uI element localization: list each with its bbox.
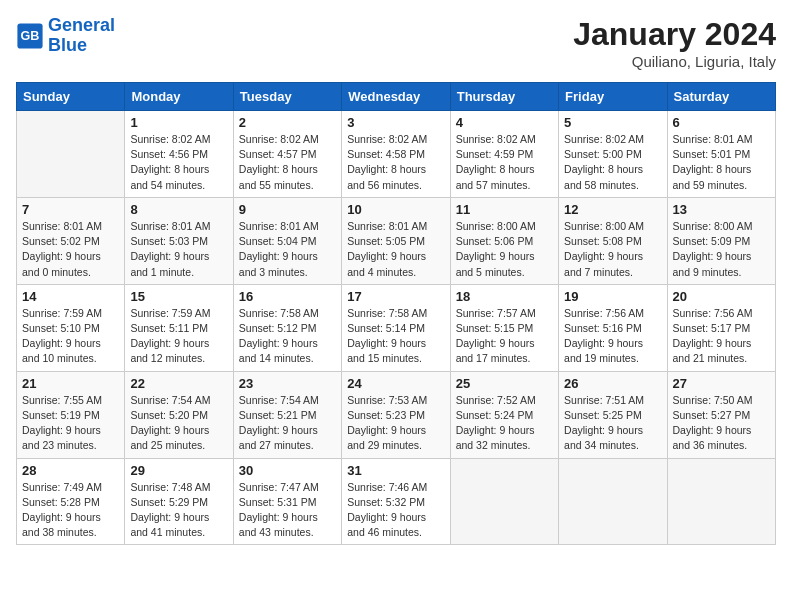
day-number: 9 bbox=[239, 202, 336, 217]
day-number: 3 bbox=[347, 115, 444, 130]
day-info: Sunrise: 8:01 AMSunset: 5:04 PMDaylight:… bbox=[239, 219, 336, 280]
calendar-cell: 29Sunrise: 7:48 AMSunset: 5:29 PMDayligh… bbox=[125, 458, 233, 545]
day-info: Sunrise: 7:49 AMSunset: 5:28 PMDaylight:… bbox=[22, 480, 119, 541]
column-header-saturday: Saturday bbox=[667, 83, 775, 111]
day-info: Sunrise: 7:48 AMSunset: 5:29 PMDaylight:… bbox=[130, 480, 227, 541]
calendar-cell: 21Sunrise: 7:55 AMSunset: 5:19 PMDayligh… bbox=[17, 371, 125, 458]
calendar-cell: 18Sunrise: 7:57 AMSunset: 5:15 PMDayligh… bbox=[450, 284, 558, 371]
column-header-tuesday: Tuesday bbox=[233, 83, 341, 111]
calendar-cell: 3Sunrise: 8:02 AMSunset: 4:58 PMDaylight… bbox=[342, 111, 450, 198]
calendar-week-row: 1Sunrise: 8:02 AMSunset: 4:56 PMDaylight… bbox=[17, 111, 776, 198]
calendar-cell: 8Sunrise: 8:01 AMSunset: 5:03 PMDaylight… bbox=[125, 197, 233, 284]
calendar-week-row: 14Sunrise: 7:59 AMSunset: 5:10 PMDayligh… bbox=[17, 284, 776, 371]
calendar-header-row: SundayMondayTuesdayWednesdayThursdayFrid… bbox=[17, 83, 776, 111]
calendar-cell: 23Sunrise: 7:54 AMSunset: 5:21 PMDayligh… bbox=[233, 371, 341, 458]
page-header: GB General Blue January 2024 Quiliano, L… bbox=[16, 16, 776, 70]
location-subtitle: Quiliano, Liguria, Italy bbox=[573, 53, 776, 70]
calendar-cell: 7Sunrise: 8:01 AMSunset: 5:02 PMDaylight… bbox=[17, 197, 125, 284]
day-info: Sunrise: 7:52 AMSunset: 5:24 PMDaylight:… bbox=[456, 393, 553, 454]
calendar-cell: 6Sunrise: 8:01 AMSunset: 5:01 PMDaylight… bbox=[667, 111, 775, 198]
day-info: Sunrise: 8:00 AMSunset: 5:06 PMDaylight:… bbox=[456, 219, 553, 280]
day-number: 10 bbox=[347, 202, 444, 217]
day-info: Sunrise: 7:59 AMSunset: 5:10 PMDaylight:… bbox=[22, 306, 119, 367]
day-number: 5 bbox=[564, 115, 661, 130]
calendar-table: SundayMondayTuesdayWednesdayThursdayFrid… bbox=[16, 82, 776, 545]
calendar-cell: 27Sunrise: 7:50 AMSunset: 5:27 PMDayligh… bbox=[667, 371, 775, 458]
calendar-cell: 1Sunrise: 8:02 AMSunset: 4:56 PMDaylight… bbox=[125, 111, 233, 198]
calendar-cell: 16Sunrise: 7:58 AMSunset: 5:12 PMDayligh… bbox=[233, 284, 341, 371]
day-info: Sunrise: 7:56 AMSunset: 5:16 PMDaylight:… bbox=[564, 306, 661, 367]
day-number: 23 bbox=[239, 376, 336, 391]
day-number: 1 bbox=[130, 115, 227, 130]
day-number: 20 bbox=[673, 289, 770, 304]
calendar-cell: 10Sunrise: 8:01 AMSunset: 5:05 PMDayligh… bbox=[342, 197, 450, 284]
column-header-thursday: Thursday bbox=[450, 83, 558, 111]
day-info: Sunrise: 8:02 AMSunset: 4:59 PMDaylight:… bbox=[456, 132, 553, 193]
calendar-cell: 19Sunrise: 7:56 AMSunset: 5:16 PMDayligh… bbox=[559, 284, 667, 371]
calendar-week-row: 21Sunrise: 7:55 AMSunset: 5:19 PMDayligh… bbox=[17, 371, 776, 458]
calendar-cell: 11Sunrise: 8:00 AMSunset: 5:06 PMDayligh… bbox=[450, 197, 558, 284]
day-info: Sunrise: 8:01 AMSunset: 5:03 PMDaylight:… bbox=[130, 219, 227, 280]
day-number: 28 bbox=[22, 463, 119, 478]
calendar-week-row: 7Sunrise: 8:01 AMSunset: 5:02 PMDaylight… bbox=[17, 197, 776, 284]
day-number: 2 bbox=[239, 115, 336, 130]
day-number: 7 bbox=[22, 202, 119, 217]
day-info: Sunrise: 8:02 AMSunset: 4:58 PMDaylight:… bbox=[347, 132, 444, 193]
day-info: Sunrise: 7:51 AMSunset: 5:25 PMDaylight:… bbox=[564, 393, 661, 454]
day-info: Sunrise: 7:58 AMSunset: 5:12 PMDaylight:… bbox=[239, 306, 336, 367]
calendar-cell: 22Sunrise: 7:54 AMSunset: 5:20 PMDayligh… bbox=[125, 371, 233, 458]
column-header-sunday: Sunday bbox=[17, 83, 125, 111]
day-info: Sunrise: 8:02 AMSunset: 4:56 PMDaylight:… bbox=[130, 132, 227, 193]
column-header-friday: Friday bbox=[559, 83, 667, 111]
calendar-cell: 28Sunrise: 7:49 AMSunset: 5:28 PMDayligh… bbox=[17, 458, 125, 545]
day-info: Sunrise: 7:55 AMSunset: 5:19 PMDaylight:… bbox=[22, 393, 119, 454]
day-info: Sunrise: 8:00 AMSunset: 5:08 PMDaylight:… bbox=[564, 219, 661, 280]
calendar-cell: 12Sunrise: 8:00 AMSunset: 5:08 PMDayligh… bbox=[559, 197, 667, 284]
logo-general: General bbox=[48, 15, 115, 35]
day-info: Sunrise: 7:57 AMSunset: 5:15 PMDaylight:… bbox=[456, 306, 553, 367]
calendar-cell bbox=[17, 111, 125, 198]
column-header-wednesday: Wednesday bbox=[342, 83, 450, 111]
calendar-cell: 20Sunrise: 7:56 AMSunset: 5:17 PMDayligh… bbox=[667, 284, 775, 371]
day-number: 4 bbox=[456, 115, 553, 130]
day-info: Sunrise: 7:54 AMSunset: 5:20 PMDaylight:… bbox=[130, 393, 227, 454]
calendar-cell: 5Sunrise: 8:02 AMSunset: 5:00 PMDaylight… bbox=[559, 111, 667, 198]
calendar-cell: 14Sunrise: 7:59 AMSunset: 5:10 PMDayligh… bbox=[17, 284, 125, 371]
day-info: Sunrise: 7:59 AMSunset: 5:11 PMDaylight:… bbox=[130, 306, 227, 367]
calendar-cell: 4Sunrise: 8:02 AMSunset: 4:59 PMDaylight… bbox=[450, 111, 558, 198]
title-block: January 2024 Quiliano, Liguria, Italy bbox=[573, 16, 776, 70]
calendar-cell: 2Sunrise: 8:02 AMSunset: 4:57 PMDaylight… bbox=[233, 111, 341, 198]
svg-text:GB: GB bbox=[21, 29, 40, 43]
calendar-cell bbox=[450, 458, 558, 545]
day-number: 17 bbox=[347, 289, 444, 304]
day-number: 16 bbox=[239, 289, 336, 304]
calendar-cell: 30Sunrise: 7:47 AMSunset: 5:31 PMDayligh… bbox=[233, 458, 341, 545]
day-number: 29 bbox=[130, 463, 227, 478]
logo-text: General Blue bbox=[48, 16, 115, 56]
day-number: 31 bbox=[347, 463, 444, 478]
day-number: 30 bbox=[239, 463, 336, 478]
day-number: 22 bbox=[130, 376, 227, 391]
day-number: 18 bbox=[456, 289, 553, 304]
calendar-cell: 17Sunrise: 7:58 AMSunset: 5:14 PMDayligh… bbox=[342, 284, 450, 371]
column-header-monday: Monday bbox=[125, 83, 233, 111]
calendar-cell bbox=[667, 458, 775, 545]
logo: GB General Blue bbox=[16, 16, 115, 56]
calendar-cell: 31Sunrise: 7:46 AMSunset: 5:32 PMDayligh… bbox=[342, 458, 450, 545]
day-info: Sunrise: 7:47 AMSunset: 5:31 PMDaylight:… bbox=[239, 480, 336, 541]
day-info: Sunrise: 8:01 AMSunset: 5:02 PMDaylight:… bbox=[22, 219, 119, 280]
calendar-cell: 26Sunrise: 7:51 AMSunset: 5:25 PMDayligh… bbox=[559, 371, 667, 458]
day-info: Sunrise: 8:00 AMSunset: 5:09 PMDaylight:… bbox=[673, 219, 770, 280]
day-info: Sunrise: 7:46 AMSunset: 5:32 PMDaylight:… bbox=[347, 480, 444, 541]
day-info: Sunrise: 8:01 AMSunset: 5:05 PMDaylight:… bbox=[347, 219, 444, 280]
day-info: Sunrise: 8:02 AMSunset: 4:57 PMDaylight:… bbox=[239, 132, 336, 193]
day-number: 6 bbox=[673, 115, 770, 130]
day-number: 12 bbox=[564, 202, 661, 217]
day-info: Sunrise: 7:56 AMSunset: 5:17 PMDaylight:… bbox=[673, 306, 770, 367]
day-number: 19 bbox=[564, 289, 661, 304]
logo-blue: Blue bbox=[48, 35, 87, 55]
calendar-cell bbox=[559, 458, 667, 545]
day-info: Sunrise: 7:50 AMSunset: 5:27 PMDaylight:… bbox=[673, 393, 770, 454]
day-info: Sunrise: 8:01 AMSunset: 5:01 PMDaylight:… bbox=[673, 132, 770, 193]
day-number: 27 bbox=[673, 376, 770, 391]
